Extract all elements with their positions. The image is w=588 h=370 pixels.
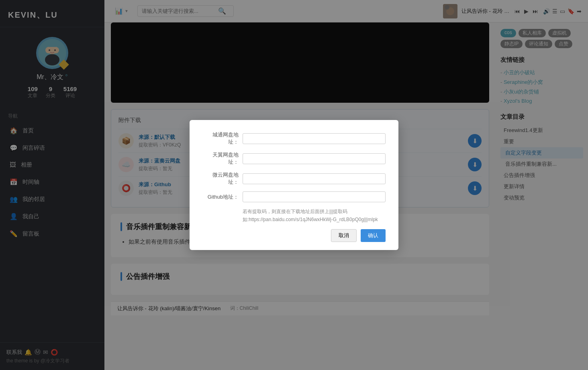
modal-input-0[interactable]: [243, 133, 386, 144]
modal-hint: 若有提取码，则直接在下载地址后面拼上|||提取码 如:https://pan.b…: [243, 208, 386, 223]
modal-form-row-3: Github地址：: [202, 191, 386, 202]
modal-input-3[interactable]: [243, 191, 386, 202]
modal-label-2: 微云网盘地址：: [202, 171, 243, 186]
modal-label-1: 天翼网盘地址：: [202, 151, 243, 166]
modal-form-row-2: 微云网盘地址：: [202, 171, 386, 186]
modal-input-1[interactable]: [243, 153, 386, 164]
confirm-button[interactable]: 确认: [361, 229, 386, 242]
modal-form: 城通网盘地址： 天翼网盘地址： 微云网盘地址： Github地址：: [202, 131, 386, 202]
modal-label-0: 城通网盘地址：: [202, 131, 243, 146]
modal-input-2[interactable]: [243, 173, 386, 184]
modal-hint-line1: 若有提取码，则直接在下载地址后面拼上|||提取码: [243, 209, 347, 214]
modal-buttons: 取消 确认: [202, 229, 386, 242]
modal-dialog: 城通网盘地址： 天翼网盘地址： 微云网盘地址： Github地址： 若有提取码，…: [190, 120, 398, 250]
modal-label-3: Github地址：: [202, 193, 243, 201]
modal-form-row-1: 天翼网盘地址：: [202, 151, 386, 166]
cancel-button[interactable]: 取消: [331, 229, 357, 242]
modal-overlay[interactable]: 城通网盘地址： 天翼网盘地址： 微云网盘地址： Github地址： 若有提取码，…: [0, 0, 588, 370]
modal-hint-line2: 如:https://pan.baidu.com/s/1qJN6wxHkWj-G_…: [243, 217, 378, 222]
modal-form-row-0: 城通网盘地址：: [202, 131, 386, 146]
